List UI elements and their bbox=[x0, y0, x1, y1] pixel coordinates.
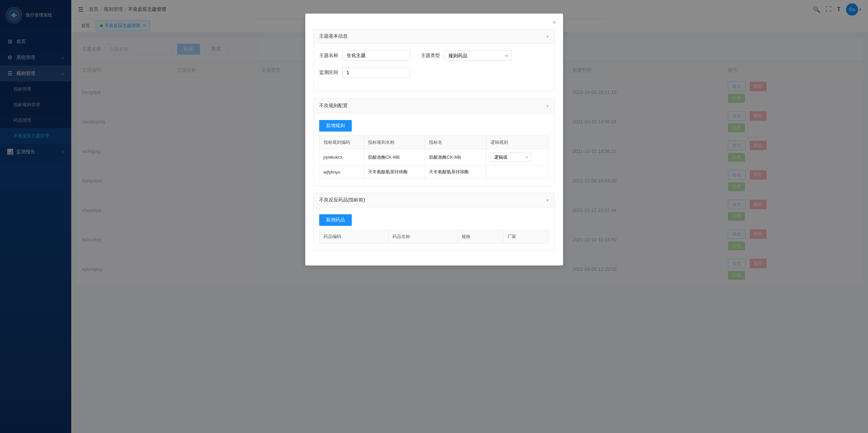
interval-label: 监测区间 bbox=[319, 70, 338, 76]
type-select-wrapper: 规则药品其他 ∨ bbox=[444, 51, 512, 61]
basic-info-section: 主题基本信息 ∨ 主题名称 主题类型 bbox=[313, 33, 555, 92]
logic-select-wrapper: 逻辑或逻辑与逻辑非 ∨ bbox=[490, 153, 531, 162]
rule-config-section: 不良规则配置 ∨ 新增规则 指标规则编码 指标规则名称 bbox=[313, 98, 555, 186]
rule-table-body: pywkukcx 肌酸激酶CK-MB 肌酸激酶CK-MB 逻辑或逻辑与逻辑非 ∨… bbox=[319, 149, 549, 179]
rule-cell-logic bbox=[486, 165, 549, 179]
drug-col-spec: 规格 bbox=[457, 230, 503, 243]
drug-config-header[interactable]: 不良反应药品(指标前) ∨ bbox=[314, 193, 555, 208]
content-area: 主题名称 检索 重置 主题编码 主题名称 主题类型 监测区间 规则数 药 bbox=[71, 33, 868, 433]
rule-config-title: 不良规则配置 bbox=[319, 103, 348, 109]
rule-col-logic: 逻辑规则 bbox=[486, 136, 549, 149]
drug-col-code: 药品编码 bbox=[319, 230, 388, 243]
logic-select[interactable]: 逻辑或逻辑与逻辑非 bbox=[491, 153, 531, 161]
drug-col-name: 药品名称 bbox=[388, 230, 458, 243]
form-item-type: 主题类型 规则药品其他 ∨ bbox=[421, 51, 512, 61]
add-rule-button[interactable]: 新增规则 bbox=[319, 120, 352, 132]
interval-input[interactable] bbox=[342, 67, 410, 78]
section-collapse-icon: ∨ bbox=[546, 103, 549, 108]
section-collapse-icon: ∨ bbox=[546, 198, 549, 202]
add-drug-button[interactable]: 新增药品 bbox=[319, 214, 352, 226]
drug-col-manufacturer: 厂家 bbox=[503, 230, 549, 243]
basic-info-title: 主题基本信息 bbox=[319, 33, 348, 39]
rule-col-index: 指标名 bbox=[425, 136, 486, 149]
rule-cell-name: 肌酸激酶CK-MB bbox=[364, 149, 425, 165]
rule-col-code: 指标规则编码 bbox=[319, 136, 364, 149]
drug-table: 药品编码 药品名称 规格 厂家 bbox=[319, 230, 549, 243]
form-row-name-type: 主题名称 主题类型 规则药品其他 ∨ bbox=[319, 51, 549, 61]
form-item-interval: 监测区间 bbox=[319, 67, 410, 78]
basic-info-header[interactable]: 主题基本信息 ∨ bbox=[314, 33, 555, 44]
main-area: ☰ 首页 / 规则管理 / 不良反应主题管理 🔍 ⛶ T Ea ▾ bbox=[71, 0, 868, 433]
rule-cell-name: 天冬氨酸氨基转移酶 bbox=[364, 165, 425, 179]
drug-table-header: 药品编码 药品名称 规格 厂家 bbox=[319, 230, 549, 243]
rule-config-body: 新增规则 指标规则编码 指标规则名称 指标名 逻辑规则 bbox=[314, 113, 555, 185]
rule-table-row: pywkukcx 肌酸激酶CK-MB 肌酸激酶CK-MB 逻辑或逻辑与逻辑非 ∨ bbox=[319, 149, 549, 165]
form-item-name: 主题名称 bbox=[319, 51, 410, 61]
rule-table-row: wjfyknyo 天冬氨酸氨基转移酶 天冬氨酸氨基转移酶 bbox=[319, 165, 549, 179]
name-label: 主题名称 bbox=[319, 53, 338, 59]
drug-config-section: 不良反应药品(指标前) ∨ 新增药品 药品编码 药品名称 bbox=[313, 193, 555, 251]
form-row-interval: 监测区间 bbox=[319, 67, 549, 78]
rule-cell-index: 天冬氨酸氨基转移酶 bbox=[425, 165, 486, 179]
name-input[interactable] bbox=[342, 51, 410, 61]
rule-cell-logic: 逻辑或逻辑与逻辑非 ∨ bbox=[486, 149, 549, 165]
rule-config-header[interactable]: 不良规则配置 ∨ bbox=[314, 99, 555, 113]
basic-info-body: 主题名称 主题类型 规则药品其他 ∨ bbox=[314, 44, 555, 91]
rule-table-header: 指标规则编码 指标规则名称 指标名 逻辑规则 bbox=[319, 136, 549, 149]
type-label: 主题类型 bbox=[421, 53, 440, 59]
rule-col-name: 指标规则名称 bbox=[364, 136, 425, 149]
modal-dialog: × 主题基本信息 ∨ 主题名称 bbox=[305, 33, 563, 265]
rule-cell-code: wjfyknyo bbox=[319, 165, 364, 179]
drug-config-body: 新增药品 药品编码 药品名称 规格 厂家 bbox=[314, 208, 555, 250]
rule-table: 指标规则编码 指标规则名称 指标名 逻辑规则 pywkukcx 肌酸激酶CK-M… bbox=[319, 136, 549, 179]
type-select[interactable]: 规则药品其他 bbox=[444, 51, 512, 61]
modal-body: 主题基本信息 ∨ 主题名称 主题类型 bbox=[305, 33, 563, 265]
rule-cell-code: pywkukcx bbox=[319, 149, 364, 165]
drug-config-title: 不良反应药品(指标前) bbox=[319, 197, 365, 203]
modal-overlay: × 主题基本信息 ∨ 主题名称 bbox=[71, 33, 868, 433]
section-collapse-icon: ∨ bbox=[546, 34, 549, 39]
rule-cell-index: 肌酸激酶CK-MB bbox=[425, 149, 486, 165]
